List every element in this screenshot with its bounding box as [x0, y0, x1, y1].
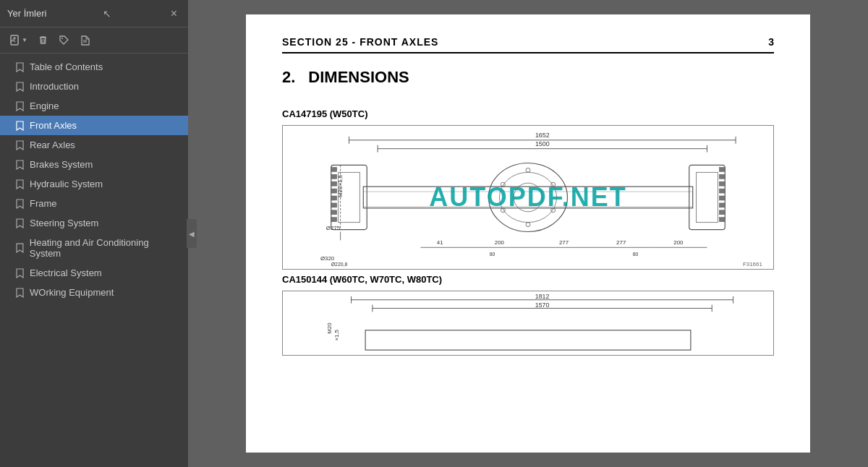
bookmark-icon — [16, 82, 24, 92]
sidebar-item-electrical-system[interactable]: Electrical System — [0, 263, 188, 283]
svg-text:M20: M20 — [326, 322, 333, 334]
svg-rect-41 — [719, 181, 725, 186]
svg-rect-75 — [365, 330, 691, 350]
main-content: SECTION 25 - FRONT AXLES 3 2. DIMENSIONS… — [188, 0, 868, 467]
svg-rect-19 — [331, 181, 337, 186]
sidebar-title: Yer İmleri — [7, 8, 46, 19]
svg-rect-42 — [719, 189, 725, 193]
svg-text:M20×1,5: M20×1,5 — [337, 174, 344, 197]
bookmark-icon — [16, 101, 24, 111]
sidebar-item-introduction[interactable]: Introduction — [0, 77, 188, 96]
svg-rect-44 — [719, 203, 725, 207]
sidebar-item-steering-system[interactable]: Steering System — [0, 213, 188, 233]
sidebar-item-frame[interactable]: Frame — [0, 194, 188, 213]
delete-icon — [38, 35, 48, 46]
svg-rect-24 — [331, 218, 337, 222]
svg-point-29 — [499, 172, 556, 222]
svg-point-30 — [514, 183, 542, 212]
svg-point-36 — [501, 208, 505, 213]
svg-rect-23 — [331, 210, 337, 215]
svg-text:277: 277 — [559, 239, 569, 246]
svg-rect-0 — [11, 35, 18, 45]
svg-text:80: 80 — [633, 252, 639, 257]
bookmark-icon-active — [16, 121, 24, 131]
svg-text:1812: 1812 — [535, 293, 550, 300]
svg-rect-46 — [719, 218, 725, 222]
sidebar-toolbar: ▼ — [0, 27, 188, 53]
svg-point-31 — [501, 182, 505, 187]
sidebar-item-front-axles[interactable]: Front Axles — [0, 116, 188, 135]
svg-rect-25 — [363, 187, 692, 208]
axle-diagram-2: 1812 1570 ×1,5 M20 — [283, 291, 773, 355]
svg-rect-21 — [331, 196, 337, 200]
bookmark-icon — [16, 243, 24, 253]
sidebar-item-table-of-contents[interactable]: Table of Contents — [0, 57, 188, 77]
svg-point-35 — [526, 223, 530, 227]
svg-point-32 — [526, 168, 530, 172]
heading-text: DIMENSIONS — [308, 68, 409, 87]
svg-rect-45 — [719, 210, 725, 215]
model2-label: CA150144 (W60TC, W70TC, W80TC) — [282, 274, 774, 285]
bookmark-icon — [16, 268, 24, 278]
delete-bookmark-button[interactable] — [34, 33, 52, 48]
bookmark-icon — [16, 62, 24, 72]
axle-diagram-1: 1652 1500 M20×1,5 — [283, 126, 773, 269]
svg-text:200: 200 — [495, 239, 505, 246]
sidebar-nav: Table of Contents Introduction Engine Fr… — [0, 53, 188, 467]
bookmark-icon — [16, 140, 24, 150]
sidebar: Yer İmleri ↖ × ▼ — [0, 0, 188, 467]
bookmark-icon — [16, 160, 24, 170]
heading-number: 2. — [282, 68, 295, 87]
svg-rect-39 — [719, 167, 725, 171]
section-title: SECTION 25 - FRONT AXLES — [282, 36, 438, 48]
svg-text:Ø320: Ø320 — [320, 255, 335, 262]
bookmark-icon — [16, 288, 24, 298]
svg-text:277: 277 — [616, 239, 626, 246]
svg-rect-17 — [331, 167, 337, 171]
svg-point-28 — [489, 163, 568, 231]
sidebar-item-heating[interactable]: Heating and Air Conditioning System — [0, 233, 188, 263]
sidebar-item-brakes-system[interactable]: Brakes System — [0, 155, 188, 174]
svg-text:1500: 1500 — [535, 140, 550, 147]
bookmark-icon — [16, 199, 24, 209]
add-bookmark-button[interactable]: ▼ — [6, 33, 31, 48]
svg-text:80: 80 — [490, 252, 495, 257]
svg-text:F31661: F31661 — [743, 261, 762, 267]
page-header: SECTION 25 - FRONT AXLES 3 — [282, 36, 774, 53]
svg-rect-43 — [719, 196, 725, 200]
cursor-icon: ↖ — [103, 8, 111, 20]
svg-text:×1,5: ×1,5 — [333, 329, 340, 340]
sidebar-header: Yer İmleri ↖ × — [0, 0, 188, 27]
svg-text:200: 200 — [673, 239, 684, 246]
svg-point-34 — [551, 208, 556, 213]
sidebar-item-working-equipment[interactable]: WOrking Equipment — [0, 283, 188, 302]
sidebar-item-engine[interactable]: Engine — [0, 96, 188, 116]
close-button[interactable]: × — [167, 6, 181, 22]
svg-text:1570: 1570 — [535, 301, 550, 309]
bookmark-icon — [16, 218, 24, 228]
page-container: SECTION 25 - FRONT AXLES 3 2. DIMENSIONS… — [246, 14, 810, 453]
svg-rect-40 — [719, 174, 725, 179]
page-number: 3 — [768, 36, 774, 48]
sidebar-item-hydraulic-system[interactable]: Hydraulic System — [0, 174, 188, 194]
svg-point-3 — [61, 38, 63, 39]
model1-label: CA147195 (W50TC) — [282, 108, 774, 119]
sidebar-collapse-handle[interactable]: ◀ — [187, 219, 197, 248]
tag-bookmark-button[interactable] — [55, 33, 73, 48]
tag-icon — [59, 35, 69, 46]
svg-text:Ø275: Ø275 — [326, 225, 341, 231]
bookmark-props-icon — [80, 35, 90, 46]
add-bookmark-icon — [9, 35, 21, 46]
svg-rect-18 — [331, 174, 337, 179]
bookmark-props-button[interactable] — [76, 33, 94, 48]
dropdown-arrow: ▼ — [22, 37, 27, 43]
sidebar-item-rear-axles[interactable]: Rear Axles — [0, 135, 188, 155]
svg-point-33 — [551, 182, 556, 187]
svg-text:Ø220,8: Ø220,8 — [331, 262, 348, 267]
bookmark-icon — [16, 179, 24, 189]
svg-rect-22 — [331, 203, 337, 207]
svg-text:1652: 1652 — [535, 132, 550, 139]
svg-rect-38 — [697, 172, 718, 222]
diagram1-container: 1652 1500 M20×1,5 — [282, 125, 774, 270]
svg-rect-20 — [331, 189, 337, 193]
